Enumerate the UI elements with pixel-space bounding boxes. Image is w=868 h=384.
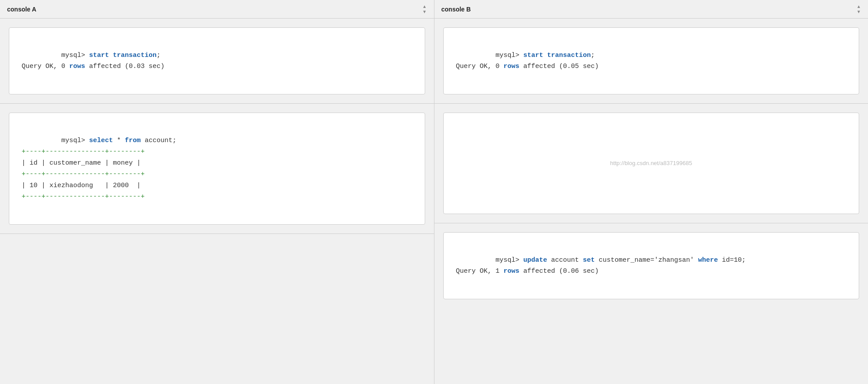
console-a-header: console A ▲ ▼ [0,0,434,19]
watermark-text: http://blog.csdn.net/a837199685 [610,158,692,168]
console-a-row-2: mysql> select * from account; +----+----… [0,104,434,234]
console-a-row-3 [0,234,434,384]
console-b-cell-1: mysql> start transaction; Query OK, 0 ro… [434,19,868,103]
sort-arrows-a[interactable]: ▲ ▼ [423,4,427,14]
console-b-header: console B ▲ ▼ [434,0,868,19]
console-b-block-3: mysql> update account set customer_name=… [443,232,860,299]
prompt-a1: mysql> [61,52,89,59]
console-b-row-2: http://blog.csdn.net/a837199685 [434,104,868,223]
console-b-watermark: http://blog.csdn.net/a837199685 [443,113,860,214]
sort-arrows-b[interactable]: ▲ ▼ [857,4,861,14]
query-result-a1: Query OK, 0 [22,63,69,70]
kw-start-a1: start [89,52,109,59]
console-b-panel: console B ▲ ▼ mysql> start transaction; … [434,0,868,384]
console-a-row-1: mysql> start transaction; Query OK, 0 ro… [0,19,434,104]
console-b-cell-2: http://blog.csdn.net/a837199685 [434,104,868,223]
console-b-row-1: mysql> start transaction; Query OK, 0 ro… [434,19,868,104]
arrow-down-a: ▼ [423,10,427,14]
console-a-block-2: mysql> select * from account; +----+----… [9,113,425,225]
kw-rows-a1: rows [69,63,85,70]
kw-transaction-a1: transaction [113,52,157,59]
console-a-panel: console A ▲ ▼ mysql> start transaction; … [0,0,434,384]
console-a-title: console A [7,6,36,13]
console-a-cell-1: mysql> start transaction; Query OK, 0 ro… [0,19,434,103]
console-a-cell-3 [0,234,434,384]
console-a-cell-2: mysql> select * from account; +----+----… [0,104,434,233]
console-b-block-1: mysql> start transaction; Query OK, 0 ro… [443,27,860,94]
arrow-up-a: ▲ [423,4,427,9]
console-b-title: console B [441,6,471,13]
console-a-block-1: mysql> start transaction; Query OK, 0 ro… [9,27,425,94]
arrow-down-b: ▼ [857,10,861,14]
arrow-up-b: ▲ [857,4,861,9]
console-b-row-3: mysql> update account set customer_name=… [434,223,868,384]
console-b-cell-3: mysql> update account set customer_name=… [434,223,868,384]
main-layout: console A ▲ ▼ mysql> start transaction; … [0,0,868,384]
